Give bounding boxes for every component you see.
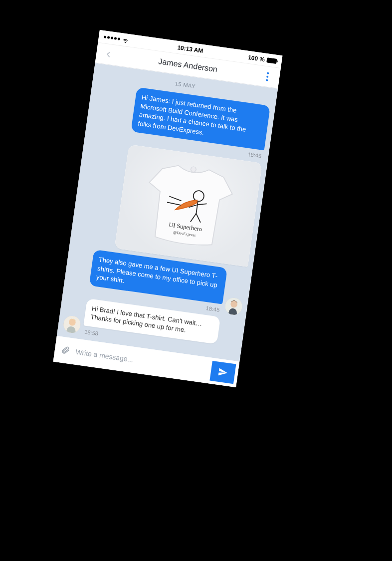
avatar[interactable] bbox=[62, 315, 81, 334]
chat-thread[interactable]: 15 MAY Hi James: I just returned from th… bbox=[57, 63, 278, 361]
send-button[interactable] bbox=[209, 361, 236, 384]
message-time: 18:45 bbox=[245, 151, 264, 159]
signal-dots-icon bbox=[104, 35, 120, 40]
send-icon bbox=[217, 367, 229, 378]
more-vertical-icon bbox=[267, 72, 269, 75]
battery-text: 100 % bbox=[247, 53, 265, 63]
message-row: UI Superhero @DevExpress bbox=[75, 139, 262, 267]
chevron-left-icon bbox=[103, 49, 113, 59]
phone-frame: 10:13 AM 100 % James Anderson 15 MAY bbox=[53, 30, 283, 387]
message-image[interactable]: UI Superhero @DevExpress bbox=[114, 145, 262, 268]
svg-point-0 bbox=[191, 167, 196, 173]
avatar[interactable] bbox=[224, 296, 243, 315]
attach-button[interactable] bbox=[59, 344, 72, 356]
more-options-button[interactable] bbox=[261, 71, 274, 82]
message-time: 18:58 bbox=[82, 328, 101, 337]
status-bar-left bbox=[103, 33, 129, 44]
paperclip-icon bbox=[60, 345, 70, 355]
tshirt-image-icon: UI Superhero @DevExpress bbox=[114, 145, 262, 268]
back-button[interactable] bbox=[102, 47, 115, 61]
message-time: 18:45 bbox=[203, 304, 222, 313]
wifi-icon bbox=[122, 36, 130, 44]
battery-icon bbox=[266, 57, 277, 64]
status-bar-right: 100 % bbox=[247, 53, 277, 64]
